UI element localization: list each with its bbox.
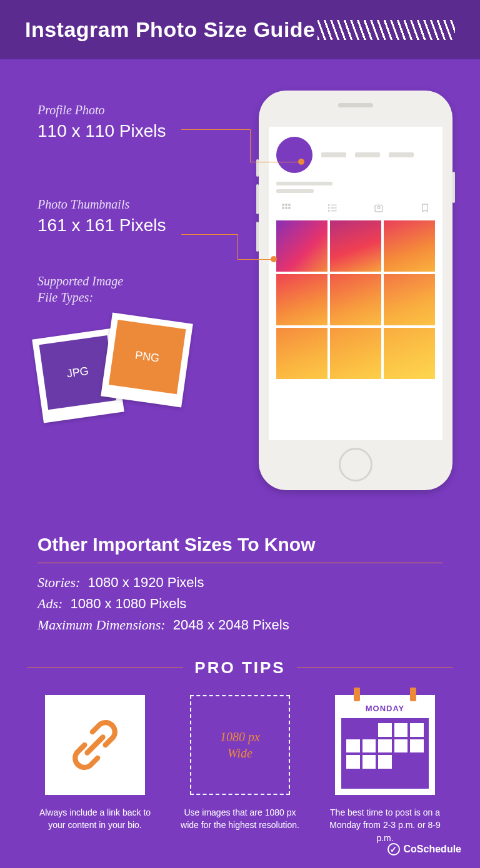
- pro-tips-heading: PRO TIPS: [194, 658, 285, 678]
- photo-tile: [384, 274, 435, 325]
- list-icon: [326, 203, 339, 213]
- tagged-icon: [372, 203, 385, 213]
- profile-photo-label: Profile Photo: [38, 103, 225, 117]
- phone-side-button: [256, 159, 259, 177]
- calendar-clip-icon: [410, 688, 416, 701]
- polaroids: JPG PNG: [38, 318, 200, 418]
- calendar-grid: [346, 723, 424, 769]
- pro-tips-section: PRO TIPS Always include a link back to y…: [0, 658, 480, 844]
- size-label: Stories:: [38, 575, 80, 590]
- photo-tile: [276, 220, 328, 272]
- photo-tile: [330, 274, 381, 325]
- size-row-max: Maximum Dimensions: 2048 x 2048 Pixels: [38, 617, 442, 633]
- size-label: Ads:: [38, 596, 62, 611]
- divider: [297, 668, 452, 668]
- calendar-day-label: MONDAY: [366, 704, 405, 713]
- phone-side-button: [256, 184, 259, 214]
- phone-side-button: [452, 172, 455, 203]
- tip-card-width: 1080 px Wide Use images that are 1080 px…: [172, 695, 308, 844]
- svg-rect-3: [282, 207, 284, 209]
- size-value: 1080 x 1080 Pixels: [70, 596, 186, 611]
- page-title: Instagram Photo Size Guide: [25, 17, 316, 42]
- svg-rect-2: [288, 204, 290, 205]
- avatar-icon: [276, 137, 312, 173]
- calendar-body: [341, 718, 429, 789]
- png-label: PNG: [109, 320, 186, 394]
- profile-photo-value: 110 x 110 Pixels: [38, 121, 225, 141]
- top-section: Profile Photo 110 x 110 Pixels Photo Thu…: [0, 59, 480, 534]
- tip-card-timing: MONDAY The best time to post is on a Mon…: [318, 695, 452, 844]
- header-bar: Instagram Photo Size Guide: [0, 0, 480, 59]
- phone-side-button: [256, 222, 259, 252]
- footer-brand: ✓ CoSchedule: [388, 843, 461, 856]
- size-labels: Profile Photo 110 x 110 Pixels Photo Thu…: [38, 103, 225, 418]
- bookmark-icon: [419, 203, 431, 213]
- pro-tips-cards: Always include a link back to your conte…: [28, 695, 452, 844]
- photo-tile: [330, 328, 381, 379]
- photo-tile: [330, 220, 381, 272]
- svg-point-10: [328, 210, 330, 212]
- tip-illustration: MONDAY: [335, 695, 435, 795]
- link-icon: [64, 714, 126, 776]
- svg-point-8: [328, 207, 330, 209]
- svg-rect-1: [285, 204, 287, 205]
- thumbnail-value: 161 x 161 Pixels: [38, 215, 225, 235]
- filetypes-label: Supported Image File Types:: [38, 273, 225, 305]
- thumbnail-label: Photo Thumbnails: [38, 197, 225, 212]
- tip-text: Use images that are 1080 px wide for the…: [178, 806, 302, 832]
- other-sizes-heading: Other Important Sizes To Know: [38, 534, 442, 563]
- pro-tips-header: PRO TIPS: [28, 658, 452, 678]
- profile-tabs: [276, 203, 435, 213]
- png-polaroid: PNG: [101, 313, 193, 408]
- photo-grid: [276, 220, 435, 379]
- width-label-1: 1080 px: [220, 729, 260, 745]
- phone-mockup: [259, 91, 452, 490]
- phone-screen: [269, 127, 442, 440]
- profile-row: [276, 137, 435, 173]
- grid-icon: [280, 203, 292, 213]
- tip-text: The best time to post is on a Monday fro…: [322, 806, 448, 844]
- photo-tile: [276, 274, 328, 325]
- size-row-ads: Ads: 1080 x 1080 Pixels: [38, 596, 442, 612]
- svg-rect-5: [288, 207, 290, 209]
- tip-illustration: 1080 px Wide: [190, 695, 290, 795]
- svg-rect-11: [331, 210, 336, 211]
- divider: [28, 668, 183, 668]
- filetypes-block: Supported Image File Types: JPG PNG: [38, 273, 225, 418]
- header-stripes-decoration: [318, 20, 455, 40]
- svg-point-6: [328, 204, 330, 206]
- size-label: Maximum Dimensions:: [38, 617, 166, 633]
- tip-text: Always include a link back to your conte…: [32, 806, 158, 832]
- svg-rect-0: [282, 204, 284, 205]
- check-icon: ✓: [388, 843, 400, 856]
- size-value: 2048 x 2048 Pixels: [173, 617, 289, 633]
- stat-placeholder: [389, 152, 414, 157]
- width-label-2: Wide: [228, 745, 252, 761]
- svg-point-13: [378, 206, 380, 209]
- photo-tile: [276, 328, 328, 379]
- size-value: 1080 x 1920 Pixels: [88, 575, 204, 590]
- photo-tile: [384, 328, 435, 379]
- stat-placeholder: [355, 152, 380, 157]
- tip-illustration: [45, 695, 145, 795]
- profile-photo-block: Profile Photo 110 x 110 Pixels: [38, 103, 225, 141]
- size-row-stories: Stories: 1080 x 1920 Pixels: [38, 575, 442, 591]
- brand-label: CoSchedule: [404, 844, 461, 855]
- thumbnail-block: Photo Thumbnails 161 x 161 Pixels: [38, 197, 225, 235]
- other-sizes-section: Other Important Sizes To Know Stories: 1…: [0, 534, 480, 633]
- calendar-clip-icon: [354, 688, 360, 701]
- svg-rect-7: [331, 205, 336, 205]
- tip-card-link: Always include a link back to your conte…: [28, 695, 162, 844]
- bio-placeholder: [276, 182, 435, 193]
- stat-placeholder: [321, 152, 346, 157]
- svg-rect-4: [285, 207, 287, 209]
- svg-rect-9: [331, 207, 336, 208]
- photo-tile: [384, 220, 435, 272]
